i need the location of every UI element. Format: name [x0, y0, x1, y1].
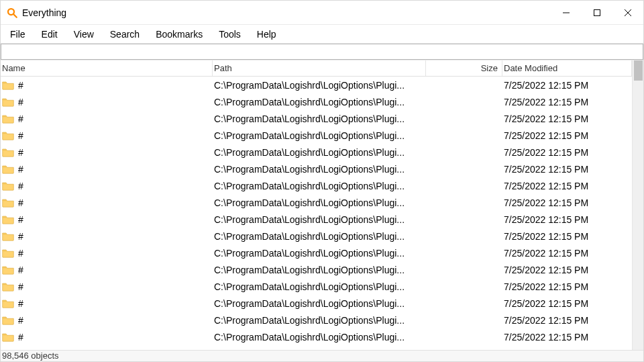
row-name: # [18, 315, 23, 326]
column-header-date[interactable]: Date Modified [502, 60, 632, 76]
row-name: # [18, 147, 23, 158]
column-headers: Name Path Size Date Modified [1, 60, 632, 77]
row-name: # [18, 265, 23, 275]
row-path: C:\ProgramData\Logishrd\LogiOptions\Plug… [214, 214, 405, 225]
row-date: 7/25/2022 12:15 PM [504, 181, 588, 191]
result-row[interactable]: # C:\ProgramData\Logishrd\LogiOptions\Pl… [1, 144, 632, 161]
menu-tools[interactable]: Tools [211, 27, 249, 42]
result-row[interactable]: # C:\ProgramData\Logishrd\LogiOptions\Pl… [1, 295, 632, 312]
result-row[interactable]: # C:\ProgramData\Logishrd\LogiOptions\Pl… [1, 127, 632, 144]
row-name: # [18, 281, 23, 292]
row-date: 7/25/2022 12:15 PM [504, 97, 588, 107]
row-date: 7/25/2022 12:15 PM [504, 130, 588, 141]
window-controls [551, 1, 643, 24]
titlebar[interactable]: Everything [1, 1, 643, 25]
folder-icon [2, 164, 14, 174]
result-row[interactable]: # C:\ProgramData\Logishrd\LogiOptions\Pl… [1, 278, 632, 295]
row-name: # [18, 197, 23, 208]
folder-icon [2, 181, 14, 191]
maximize-button[interactable] [582, 1, 612, 24]
menu-file[interactable]: File [2, 27, 34, 42]
search-bar [1, 44, 643, 60]
row-date: 7/25/2022 12:15 PM [504, 197, 588, 208]
svg-rect-3 [594, 9, 600, 15]
folder-icon [2, 80, 14, 90]
folder-icon [2, 281, 14, 291]
row-date: 7/25/2022 12:15 PM [504, 114, 588, 124]
status-bar: 98,546 objects [1, 350, 643, 361]
row-name: # [18, 130, 23, 141]
folder-icon [2, 197, 14, 208]
row-name: # [18, 97, 23, 107]
menu-edit[interactable]: Edit [34, 27, 66, 42]
search-input[interactable] [1, 44, 643, 60]
row-name: # [18, 231, 23, 242]
result-row[interactable]: # C:\ProgramData\Logishrd\LogiOptions\Pl… [1, 312, 632, 328]
row-path: C:\ProgramData\Logishrd\LogiOptions\Plug… [214, 181, 405, 191]
svg-line-1 [13, 14, 17, 17]
row-path: C:\ProgramData\Logishrd\LogiOptions\Plug… [214, 147, 405, 158]
row-path: C:\ProgramData\Logishrd\LogiOptions\Plug… [214, 197, 405, 208]
result-row[interactable]: # C:\ProgramData\Logishrd\LogiOptions\Pl… [1, 194, 632, 211]
folder-icon [2, 265, 14, 275]
menu-view[interactable]: View [66, 27, 102, 42]
menubar: File Edit View Search Bookmarks Tools He… [1, 25, 643, 44]
close-button[interactable] [612, 1, 643, 24]
result-row[interactable]: # C:\ProgramData\Logishrd\LogiOptions\Pl… [1, 228, 632, 244]
row-path: C:\ProgramData\Logishrd\LogiOptions\Plug… [214, 164, 405, 175]
row-path: C:\ProgramData\Logishrd\LogiOptions\Plug… [214, 80, 405, 91]
row-date: 7/25/2022 12:15 PM [504, 147, 588, 158]
row-date: 7/25/2022 12:15 PM [504, 332, 588, 343]
row-name: # [18, 181, 23, 191]
result-row[interactable]: # C:\ProgramData\Logishrd\LogiOptions\Pl… [1, 328, 632, 345]
folder-icon [2, 298, 14, 308]
menu-search[interactable]: Search [102, 27, 148, 42]
folder-icon [2, 130, 14, 140]
app-logo-icon [6, 7, 18, 19]
row-path: C:\ProgramData\Logishrd\LogiOptions\Plug… [214, 248, 405, 259]
minimize-button[interactable] [551, 1, 582, 24]
row-name: # [18, 164, 23, 175]
row-path: C:\ProgramData\Logishrd\LogiOptions\Plug… [214, 130, 405, 141]
row-name: # [18, 80, 23, 91]
row-date: 7/25/2022 12:15 PM [504, 281, 588, 292]
column-header-path[interactable]: Path [213, 60, 426, 76]
scrollbar-thumb[interactable] [634, 60, 643, 81]
row-path: C:\ProgramData\Logishrd\LogiOptions\Plug… [214, 265, 405, 275]
row-path: C:\ProgramData\Logishrd\LogiOptions\Plug… [214, 315, 405, 326]
result-row[interactable]: # C:\ProgramData\Logishrd\LogiOptions\Pl… [1, 110, 632, 127]
result-row[interactable]: # C:\ProgramData\Logishrd\LogiOptions\Pl… [1, 211, 632, 228]
column-header-name[interactable]: Name [1, 60, 213, 76]
folder-icon [2, 332, 14, 342]
row-name: # [18, 332, 23, 343]
row-date: 7/25/2022 12:15 PM [504, 265, 588, 275]
row-date: 7/25/2022 12:15 PM [504, 298, 588, 309]
folder-icon [2, 231, 14, 241]
result-row[interactable]: # C:\ProgramData\Logishrd\LogiOptions\Pl… [1, 93, 632, 110]
row-path: C:\ProgramData\Logishrd\LogiOptions\Plug… [214, 298, 405, 309]
row-name: # [18, 298, 23, 309]
row-path: C:\ProgramData\Logishrd\LogiOptions\Plug… [214, 114, 405, 124]
result-row[interactable]: # C:\ProgramData\Logishrd\LogiOptions\Pl… [1, 177, 632, 194]
result-row[interactable]: # C:\ProgramData\Logishrd\LogiOptions\Pl… [1, 244, 632, 261]
row-name: # [18, 248, 23, 259]
row-path: C:\ProgramData\Logishrd\LogiOptions\Plug… [214, 97, 405, 107]
results-table: Name Path Size Date Modified # C:\Progra… [1, 60, 632, 350]
row-path: C:\ProgramData\Logishrd\LogiOptions\Plug… [214, 332, 405, 343]
vertical-scrollbar[interactable] [632, 60, 643, 350]
column-header-size[interactable]: Size [426, 60, 502, 76]
window-title: Everything [22, 7, 551, 18]
row-name: # [18, 214, 23, 225]
row-name: # [18, 114, 23, 124]
folder-icon [2, 114, 14, 124]
result-row[interactable]: # C:\ProgramData\Logishrd\LogiOptions\Pl… [1, 161, 632, 177]
row-date: 7/25/2022 12:15 PM [504, 80, 588, 91]
result-row[interactable]: # C:\ProgramData\Logishrd\LogiOptions\Pl… [1, 77, 632, 93]
results-area: Name Path Size Date Modified # C:\Progra… [1, 60, 643, 350]
row-date: 7/25/2022 12:15 PM [504, 164, 588, 175]
menu-help[interactable]: Help [249, 27, 284, 42]
menu-bookmarks[interactable]: Bookmarks [148, 27, 211, 42]
app-window: Everything File Edit View Search Bookmar… [0, 0, 644, 362]
result-row[interactable]: # C:\ProgramData\Logishrd\LogiOptions\Pl… [1, 261, 632, 278]
folder-icon [2, 97, 14, 107]
